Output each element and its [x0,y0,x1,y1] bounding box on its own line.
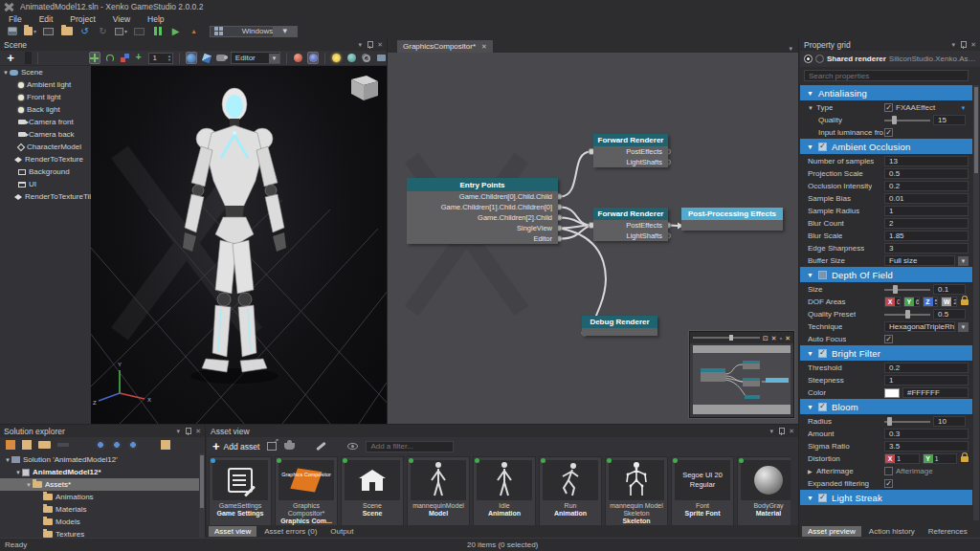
slider[interactable] [884,289,930,291]
tab-asset-errors-0[interactable]: Asset errors (0) [258,526,323,537]
import-icon[interactable] [60,26,73,36]
close-icon[interactable]: ✕ [195,428,201,435]
vector-y-field[interactable]: Y6 [903,297,920,307]
sync-pair-icon[interactable] [128,440,138,450]
type-value[interactable]: FXAAEffect [896,103,955,112]
node-debug-renderer[interactable]: Debug Renderer [582,316,657,336]
translate-tool-icon[interactable] [89,52,100,64]
section-checkbox[interactable] [818,271,827,279]
node-fr2-title[interactable]: Forward Renderer [593,208,668,220]
expander-icon[interactable]: ▼ [808,105,816,111]
expander-icon[interactable]: ▼ [25,482,33,488]
section-bloom[interactable]: ▼✓Bloom [800,399,972,414]
node-forward-renderer-2[interactable]: Forward Renderer PostEffectsLightShafts [593,208,668,241]
scene-tree-item-background[interactable]: Background [0,165,91,178]
section-light-streak[interactable]: ▼✓Light Streak [800,490,972,505]
settings-gears-icon[interactable] [361,52,372,64]
slider-thumb[interactable] [887,417,892,426]
tab-close-icon[interactable]: ✕ [481,43,487,51]
tab-graphics-compositor[interactable]: GraphicsCompositor* ✕ [397,40,493,53]
preview-model-icon[interactable] [284,443,295,450]
entry-output-1[interactable]: Game.Children[1].Child.Children[0] [407,202,558,212]
value-field[interactable]: 0.1 [933,284,966,295]
expander-icon[interactable]: ▼ [2,70,10,76]
rotate-tool-icon[interactable] [104,52,116,64]
tab-list-icon[interactable]: ▾ [789,45,792,53]
section-ambient-occlusion[interactable]: ▼✓Ambient Occlusion [800,139,972,154]
play-icon[interactable]: ▶ [169,26,182,36]
undo-icon[interactable]: ↺ [78,26,91,36]
value-field[interactable]: #FFFFFF [902,387,969,398]
scene-tree-item-ui[interactable]: UI [0,178,91,190]
dropdown-arrow-icon[interactable]: ▼ [958,103,969,113]
value-field[interactable]: 0.2 [884,363,969,373]
platform-dropdown-arrow[interactable]: ▼ [273,27,297,36]
deploy-icon[interactable]: ▴ [188,26,200,36]
solution-item-models[interactable]: Models [0,516,199,528]
solution-item-animatedmodel12[interactable]: ▼AnimatedModel12* [0,466,199,478]
vector-x-field[interactable]: X0.5 [884,297,901,307]
value-field[interactable]: 3.5 [884,441,969,452]
expander-icon[interactable]: ▼ [14,470,22,475]
panel-menu-icon[interactable]: ▾ [952,41,956,49]
local-space-icon[interactable] [201,52,212,64]
export-icon[interactable] [267,442,277,451]
save-all-icon[interactable] [42,26,55,36]
solution-item-textures[interactable]: Textures [0,528,199,538]
value-field[interactable]: HexagonalTripleRhombi [884,321,955,332]
node-port-lightshafts[interactable]: LightShafts [593,157,668,167]
pin-icon[interactable] [368,41,372,49]
asset-card-idle[interactable]: IdleAnimation [473,456,536,527]
value-field[interactable]: 0.2 [884,181,969,191]
render-mode-icon[interactable] [307,52,319,64]
section-antialiasing[interactable]: ▼Antialiasing [800,85,972,100]
slider[interactable] [884,120,930,121]
value-field[interactable]: 2 [884,218,969,229]
solution-scrollbar[interactable] [199,453,205,538]
platform-select[interactable]: Windows ▼ [210,26,298,37]
node-fr1-title[interactable]: Forward Renderer [593,134,668,146]
value-field[interactable]: 3 [884,243,969,253]
value-field[interactable]: 0.01 [884,193,969,204]
collapse-icon[interactable]: ▼ [807,272,813,278]
vector-w-field[interactable]: W200 [941,297,957,307]
node-port-posteffects[interactable]: PostEffects [593,146,668,157]
asset-card-mannequin-model-skeleton[interactable]: mannequin Model SkeletonSkeleton [605,456,668,527]
alternate-renderer-radio[interactable] [815,55,824,63]
value-field[interactable]: 1 [884,375,969,386]
panel-menu-icon[interactable]: ▾ [770,428,774,435]
scene-tree-item-ambient-light[interactable]: Ambient light [0,78,91,91]
node-debug-title[interactable]: Debug Renderer [582,316,657,328]
world-space-icon[interactable] [186,52,197,64]
new-folder-icon[interactable] [38,441,51,449]
save-icon[interactable] [6,26,18,36]
scene-tree-item-back-light[interactable]: Back light [0,103,91,116]
scene-tree-item-front-light[interactable]: Front light [0,91,91,103]
minimap-center-icon[interactable]: ▫ [780,335,782,342]
plugin-icon[interactable] [376,52,388,64]
color-swatch[interactable] [884,388,900,398]
menu-file[interactable]: File [9,14,22,24]
solution-item-materials[interactable]: Materials [0,503,199,516]
scene-tree-item-camera-back[interactable]: Camera back [0,128,91,141]
asset-card-gamesettings[interactable]: GameSettingsGame Settings [209,456,272,527]
value-field[interactable]: 1.85 [884,231,969,241]
solution-item-assets[interactable]: ▼Assets* [0,478,199,491]
node-post-processing[interactable]: Post-Processing Effects [681,208,783,231]
value-field[interactable]: 0.5 [884,168,969,179]
value-field[interactable]: 15 [933,115,966,125]
value-field[interactable]: 10 [933,416,966,427]
snap-icon[interactable] [134,52,145,64]
view-cube-icon[interactable] [351,76,378,100]
add-entity-button[interactable]: + [4,52,17,65]
close-icon[interactable]: ✕ [377,41,383,49]
entry-output-3[interactable]: SingleView [407,223,558,233]
snap-spinner[interactable]: ▲▼ [167,55,172,62]
node-post-title[interactable]: Post-Processing Effects [681,208,783,220]
collapse-icon[interactable]: ▼ [807,404,813,410]
expander-icon[interactable]: ▼ [4,457,11,463]
tab-asset-preview[interactable]: Asset preview [802,526,861,537]
slider-thumb[interactable] [893,285,898,294]
screen-icon[interactable]: ▾ [115,26,127,36]
solution-item-solution-animatedmodel12[interactable]: ▼Solution 'AnimatedModel12' [0,453,199,466]
